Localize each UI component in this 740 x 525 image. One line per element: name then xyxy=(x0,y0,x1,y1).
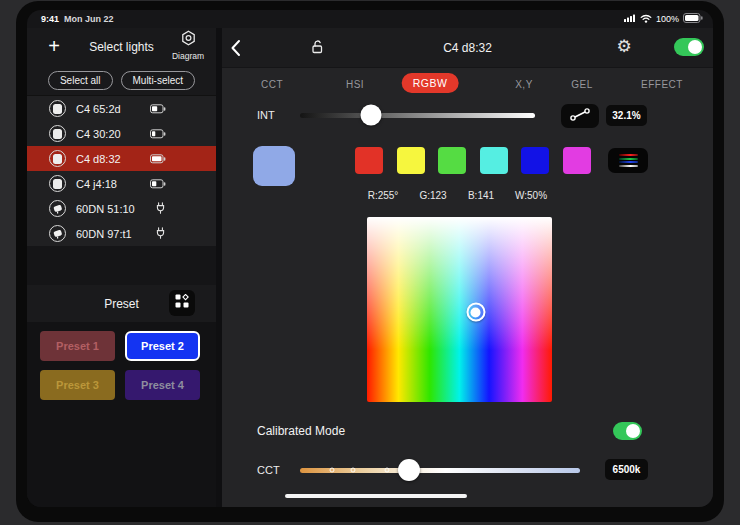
intensity-slider-thumb[interactable] xyxy=(360,105,381,126)
main-panel: C4 d8:32 ⚙ CCTHSIRGBWX,YGELEFFECT INT 32… xyxy=(222,28,713,507)
intensity-value: 32.1% xyxy=(606,105,647,126)
light-row[interactable]: C4 d8:32 xyxy=(27,146,216,171)
color-swatch[interactable] xyxy=(563,147,591,174)
color-swatch[interactable] xyxy=(397,147,425,174)
cct-slider[interactable] xyxy=(300,468,580,473)
main-header: C4 d8:32 ⚙ xyxy=(222,28,713,68)
tab-rgbw[interactable]: RGBW xyxy=(402,73,459,93)
status-time: 9:41 xyxy=(41,14,59,24)
tablet-mockup: 9:41 Mon Jun 22 100% + Select lights xyxy=(0,0,740,525)
color-picker-area[interactable] xyxy=(367,217,552,402)
channel-value: W:50% xyxy=(515,190,547,201)
preset-button[interactable]: Preset 3 xyxy=(40,370,115,400)
picker-cursor-dot xyxy=(471,307,481,317)
status-bar: 9:41 Mon Jun 22 100% xyxy=(27,10,713,28)
tab-cct[interactable]: CCT xyxy=(261,79,283,90)
dimming-curve-button[interactable] xyxy=(561,104,599,128)
intensity-slider[interactable] xyxy=(300,113,535,118)
calibrated-mode-toggle[interactable] xyxy=(613,422,642,440)
power-toggle[interactable] xyxy=(674,38,704,56)
preset-button[interactable]: Preset 1 xyxy=(40,331,115,361)
tab-xy[interactable]: X,Y xyxy=(515,79,533,90)
light-row[interactable]: C4 30:20 xyxy=(27,121,216,146)
cellular-signal-icon xyxy=(624,14,636,24)
blue-slider-icon xyxy=(619,161,638,163)
light-row[interactable]: 60DN 51:10 xyxy=(27,196,216,221)
light-name: C4 d8:32 xyxy=(76,153,150,165)
multi-select-button[interactable]: Multi-select xyxy=(121,71,196,90)
green-slider-icon xyxy=(619,158,638,160)
select-all-button[interactable]: Select all xyxy=(48,71,113,90)
diagram-icon xyxy=(180,30,197,50)
channel-value: B:141 xyxy=(468,190,494,201)
sidebar-spacer xyxy=(27,246,216,285)
light-name: C4 65:2d xyxy=(76,103,150,115)
tab-hsi[interactable]: HSI xyxy=(346,79,364,90)
color-swatch[interactable] xyxy=(521,147,549,174)
app-screen: 9:41 Mon Jun 22 100% + Select lights xyxy=(27,10,713,507)
diagram-button[interactable]: Diagram xyxy=(168,30,208,61)
light-name: 60DN 51:10 xyxy=(76,203,155,215)
cct-value: 6500k xyxy=(605,459,648,480)
preset-grid-icon xyxy=(175,294,189,312)
light-name: C4 30:20 xyxy=(76,128,150,140)
color-swatch-row xyxy=(355,147,591,174)
tab-effect[interactable]: EFFECT xyxy=(641,79,683,90)
preset-button[interactable]: Preset 2 xyxy=(125,331,200,361)
light-name: C4 j4:18 xyxy=(76,178,150,190)
sidebar-filter-row: Select all Multi-select xyxy=(27,66,216,96)
channel-value: R:255° xyxy=(368,190,399,201)
gear-icon[interactable]: ⚙ xyxy=(614,37,634,57)
panel-light-icon xyxy=(49,175,66,192)
cct-preset-marker[interactable] xyxy=(329,468,334,473)
calibrated-toggle-knob xyxy=(626,424,640,438)
color-swatch[interactable] xyxy=(480,147,508,174)
light-row[interactable]: C4 65:2d xyxy=(27,96,216,121)
color-picker-cursor[interactable] xyxy=(466,303,485,322)
status-date: Mon Jun 22 xyxy=(64,14,114,24)
cct-label: CCT xyxy=(257,464,280,476)
selected-light-title: C4 d8:32 xyxy=(222,41,713,55)
battery-level-icon xyxy=(150,150,166,168)
channel-value: G:123 xyxy=(419,190,446,201)
cct-preset-marker[interactable] xyxy=(351,468,356,473)
preset-manage-button[interactable] xyxy=(169,290,195,316)
status-battery-percent: 100% xyxy=(656,14,679,24)
preset-button[interactable]: Preset 4 xyxy=(125,370,200,400)
cct-slider-thumb[interactable] xyxy=(398,459,420,481)
red-slider-icon xyxy=(619,154,638,156)
battery-icon xyxy=(683,13,703,25)
white-slider-icon xyxy=(619,165,638,167)
panel-light-icon xyxy=(49,150,66,167)
battery-level-icon xyxy=(150,125,166,143)
color-swatch[interactable] xyxy=(355,147,383,174)
home-indicator[interactable] xyxy=(285,494,467,498)
battery-level-icon xyxy=(150,175,166,193)
power-toggle-knob xyxy=(688,40,702,54)
diagram-label: Diagram xyxy=(172,51,204,61)
dimming-curve-icon xyxy=(569,107,591,125)
light-name: 60DN 97:t1 xyxy=(76,228,155,240)
calibrated-mode-label: Calibrated Mode xyxy=(257,424,345,438)
color-swatch[interactable] xyxy=(438,147,466,174)
lights-list: C4 65:2dC4 30:20C4 d8:32C4 j4:1860DN 51:… xyxy=(27,96,216,246)
panel-light-icon xyxy=(49,125,66,142)
preset-grid: Preset 1Preset 2Preset 3Preset 4 xyxy=(27,322,216,507)
cct-preset-marker[interactable] xyxy=(385,468,390,473)
current-color-preview xyxy=(253,146,295,186)
tab-gel[interactable]: GEL xyxy=(571,79,593,90)
wifi-icon xyxy=(640,14,652,25)
battery-level-icon xyxy=(150,100,166,118)
panel-light-icon xyxy=(49,100,66,117)
ac-plug-icon xyxy=(155,200,166,218)
light-row[interactable]: 60DN 97:t1 xyxy=(27,221,216,246)
preset-header: Preset xyxy=(27,285,216,322)
ac-plug-icon xyxy=(155,225,166,243)
intensity-label: INT xyxy=(257,109,275,121)
sidebar: + Select lights Diagram Select all Multi… xyxy=(27,28,216,507)
monolight-icon xyxy=(49,225,66,242)
sidebar-header: + Select lights Diagram xyxy=(27,28,216,66)
light-row[interactable]: C4 j4:18 xyxy=(27,171,216,196)
rgbw-sliders-button[interactable] xyxy=(608,148,648,173)
monolight-icon xyxy=(49,200,66,217)
